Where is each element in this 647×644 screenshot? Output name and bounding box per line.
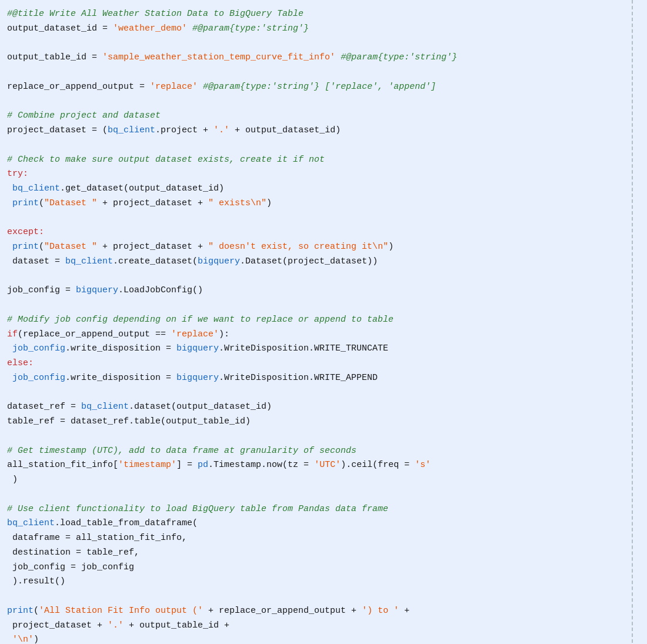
code-token: #@param{type:'string'} — [341, 52, 457, 62]
code-line: dataframe = all_station_fit_info, — [7, 531, 638, 546]
code-token: destination = table_ref, — [7, 548, 139, 558]
code-line: #@title Write All Weather Station Data t… — [7, 7, 638, 22]
code-editor: #@title Write All Weather Station Data t… — [0, 0, 647, 644]
code-token: + replace_or_append_output + — [203, 606, 362, 616]
code-line: output_dataset_id = 'weather_demo' #@par… — [7, 22, 638, 36]
code-token: bigquery — [176, 343, 219, 353]
code-token: .LoadJobConfig() — [118, 285, 203, 295]
code-token: = — [134, 82, 150, 92]
code-token: # Get timestamp (UTC), add to data frame… — [7, 446, 356, 456]
code-line — [7, 298, 638, 313]
code-token: dataset_ref — [7, 402, 65, 412]
code-token: bq_client — [7, 518, 55, 528]
code-token: ( — [39, 198, 44, 208]
code-token: ).result() — [7, 576, 65, 586]
code-token: 'All Station Fit Info output (' — [39, 606, 203, 616]
code-token: bq_client — [81, 402, 129, 412]
code-line: project_dataset + '.' + output_table_id … — [7, 619, 638, 633]
code-token: project_dataset + — [7, 620, 108, 630]
code-token: output_dataset_id — [7, 24, 97, 34]
code-token: ) — [388, 242, 393, 252]
code-token: ) — [7, 475, 18, 485]
code-token: .project + — [155, 125, 214, 135]
code-token: project_dataset — [7, 125, 86, 135]
code-line: project_dataset = (bq_client.project + '… — [7, 124, 638, 138]
code-line: print("Dataset " + project_dataset + " e… — [7, 196, 638, 211]
code-token: " exists\n" — [208, 198, 266, 208]
code-line: ) — [7, 473, 638, 488]
code-line: job_config = job_config — [7, 560, 638, 575]
code-token: '\n' — [12, 635, 34, 644]
code-token: ( — [34, 606, 39, 616]
code-token: bq_client — [7, 183, 60, 193]
code-line — [7, 211, 638, 226]
code-token: ') to ' — [362, 606, 399, 616]
code-line — [7, 488, 638, 502]
code-line: '\n') — [7, 633, 638, 644]
code-token: "Dataset " — [44, 198, 97, 208]
code-token: 'weather_demo' — [113, 24, 187, 34]
code-token: print — [7, 606, 34, 616]
code-token: '.' — [108, 620, 124, 630]
code-content: #@title Write All Weather Station Data t… — [7, 7, 638, 644]
code-token: # Modify job config depending on if we w… — [7, 315, 393, 325]
code-token: 'timestamp' — [118, 460, 176, 470]
code-token: # Check to make sure output dataset exis… — [7, 155, 325, 165]
code-token: ) — [34, 635, 39, 644]
code-token: = dataset_ref.table(output_table_id) — [55, 416, 251, 426]
code-token: ( — [39, 242, 44, 252]
code-token: #@param{type:'string'} — [192, 24, 309, 34]
code-token: = — [86, 52, 102, 62]
code-token — [7, 635, 12, 644]
code-token: print — [7, 242, 39, 252]
code-line: # Modify job config depending on if we w… — [7, 313, 638, 328]
code-token: 'replace' — [171, 329, 219, 339]
code-token — [335, 52, 341, 62]
code-token: replace_or_append_output — [7, 82, 134, 92]
code-token: job_config — [7, 373, 65, 383]
code-token — [198, 82, 203, 92]
code-token: .write_disposition = — [65, 373, 176, 383]
code-token: # Combine project and dataset — [7, 111, 161, 121]
code-line: # Combine project and dataset — [7, 109, 638, 124]
code-token: #@param{type:'string'} ['replace', 'appe… — [203, 82, 436, 92]
code-token: .dataset(output_dataset_id) — [129, 402, 272, 412]
code-line — [7, 36, 638, 51]
code-line: # Check to make sure output dataset exis… — [7, 153, 638, 168]
code-line: # Use client functionality to load BigQu… — [7, 502, 638, 517]
code-token: .WriteDisposition.WRITE_APPEND — [219, 373, 378, 383]
code-token: bq_client — [108, 125, 155, 135]
code-line: table_ref = dataset_ref.table(output_tab… — [7, 415, 638, 429]
code-token: try: — [7, 169, 28, 179]
code-line: ).result() — [7, 575, 638, 589]
code-token: job_config — [7, 285, 60, 295]
code-token: .get_dataset(output_dataset_id) — [60, 183, 224, 193]
code-token: ).ceil(freq = — [341, 460, 415, 470]
code-token: = — [65, 402, 81, 412]
code-token: #@title Write All Weather Station Data t… — [7, 9, 304, 19]
code-line: dataset_ref = bq_client.dataset(output_d… — [7, 400, 638, 415]
code-token: .load_table_from_dataframe( — [55, 518, 198, 528]
code-token: = — [60, 285, 76, 295]
code-line: if(replace_or_append_output == 'replace'… — [7, 328, 638, 342]
code-line: print("Dataset " + project_dataset + " d… — [7, 240, 638, 255]
code-line: output_table_id = 'sample_weather_statio… — [7, 51, 638, 65]
code-token: = — [49, 256, 65, 266]
code-token: + — [399, 606, 409, 616]
code-token: .Dataset(project_dataset)) — [240, 256, 378, 266]
code-line: try: — [7, 167, 638, 182]
code-line: all_station_fit_info['timestamp'] = pd.T… — [7, 458, 638, 473]
code-line: job_config = bigquery.LoadJobConfig() — [7, 283, 638, 298]
code-line: print('All Station Fit Info output (' + … — [7, 604, 638, 619]
code-line — [7, 269, 638, 284]
code-token: + project_dataset + — [97, 198, 208, 208]
code-line — [7, 65, 638, 80]
code-line — [7, 386, 638, 401]
code-token: table_ref — [7, 416, 55, 426]
code-line — [7, 138, 638, 153]
code-token: dataset — [7, 256, 49, 266]
code-line — [7, 95, 638, 109]
code-token: bigquery — [176, 373, 219, 383]
code-token: pd — [198, 460, 208, 470]
code-token: else: — [7, 358, 34, 368]
